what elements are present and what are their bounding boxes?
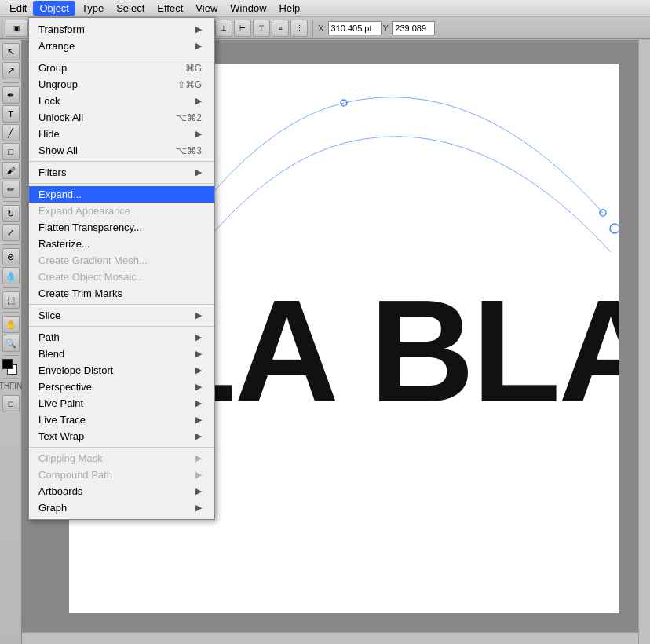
arrow-icon: ▶ (195, 129, 202, 139)
menu-item-ungroup[interactable]: Ungroup ⇧⌘G (29, 76, 214, 93)
menu-item-expand[interactable]: Expand... (29, 186, 214, 203)
menu-help[interactable]: Help (273, 1, 307, 16)
thfin-label: THFIN (0, 382, 22, 390)
menu-item-arrange[interactable]: Arrange ▶ (29, 38, 214, 54)
align-btn-3[interactable]: ⊢ (234, 20, 251, 37)
menu-item-group[interactable]: Group ⌘G (29, 60, 214, 76)
arrow-icon: ▶ (195, 431, 202, 441)
menu-item-path[interactable]: Path ▶ (29, 329, 214, 346)
menu-item-slice[interactable]: Slice ▶ (29, 307, 214, 324)
separator-6 (29, 447, 214, 448)
menu-type[interactable]: Type (75, 1, 110, 16)
menu-edit[interactable]: Edit (3, 1, 33, 16)
tool-eyedropper[interactable]: 💧 (2, 267, 20, 284)
arrow-icon: ▶ (195, 382, 202, 392)
tool-artboard[interactable]: ⬚ (2, 291, 20, 309)
arrow-icon: ▶ (195, 24, 202, 35)
tool-shape[interactable]: □ (2, 143, 20, 160)
arrow-icon: ▶ (195, 398, 202, 408)
stroke-color[interactable] (2, 359, 13, 369)
tool-scale[interactable]: ⤢ (2, 224, 20, 241)
tool-pen[interactable]: ✒ (2, 86, 20, 104)
x-label: X: (318, 24, 326, 33)
menu-item-live-paint[interactable]: Live Paint ▶ (29, 395, 214, 412)
arrow-icon: ▶ (195, 167, 202, 177)
separator-2 (29, 161, 214, 162)
align-btn-4[interactable]: ⊤ (253, 20, 270, 37)
menu-item-artboards[interactable]: Artboards ▶ (29, 483, 214, 499)
menu-item-perspective[interactable]: Perspective ▶ (29, 379, 214, 395)
menu-effect[interactable]: Effect (151, 1, 189, 16)
menu-view[interactable]: View (189, 1, 224, 16)
menubar: Edit Object Type Select Effect View Wind… (0, 0, 650, 17)
menu-item-transform[interactable]: Transform ▶ (29, 21, 214, 38)
menu-item-unlock-all[interactable]: Unlock All ⌥⌘2 (29, 109, 214, 126)
tool-zoom[interactable]: 🔍 (2, 335, 20, 352)
menu-item-show-all[interactable]: Show All ⌥⌘3 (29, 142, 214, 159)
separator-5 (29, 326, 214, 327)
menu-item-expand-appearance: Expand Appearance (29, 203, 214, 219)
menu-item-graph[interactable]: Graph ▶ (29, 499, 214, 516)
separator-3 (29, 183, 214, 184)
tool-pencil[interactable]: ✏ (2, 181, 20, 198)
menu-object[interactable]: Object (33, 1, 75, 16)
menu-item-create-gradient-mesh: Create Gradient Mesh... (29, 252, 214, 269)
x-input[interactable] (328, 21, 382, 35)
align-btn-2[interactable]: ⊥ (215, 20, 232, 37)
menu-item-create-object-mosaic: Create Object Mosaic... (29, 269, 214, 285)
menu-item-text-wrap[interactable]: Text Wrap ▶ (29, 428, 214, 445)
y-label: Y: (383, 24, 391, 33)
arrow-icon: ▶ (195, 365, 202, 375)
arrow-icon: ▶ (195, 486, 202, 496)
scrollbar-bottom[interactable] (22, 632, 638, 644)
tool-type[interactable]: T (2, 105, 20, 123)
toolbar-btn-1[interactable]: ▣ (5, 20, 28, 37)
arrow-icon: ▶ (195, 415, 202, 425)
arrow-icon: ▶ (195, 310, 202, 320)
left-toolbar: ↖ ↗ ✒ T ╱ □ 🖌 ✏ ↻ ⤢ ⊗ 💧 ⬚ ✋ 🔍 THFIN ◻ (0, 40, 22, 644)
menu-item-blend[interactable]: Blend ▶ (29, 346, 214, 362)
menu-select[interactable]: Select (110, 1, 151, 16)
menu-window[interactable]: Window (224, 1, 272, 16)
object-menu: Transform ▶ Arrange ▶ Group ⌘G Ungroup ⇧… (28, 17, 215, 520)
arrow-icon: ▶ (195, 453, 202, 463)
separator-4 (29, 304, 214, 305)
menu-item-clipping-mask: Clipping Mask ▶ (29, 450, 214, 467)
tool-blend[interactable]: ⊗ (2, 248, 20, 265)
tool-direct-select[interactable]: ↗ (2, 62, 20, 79)
menu-item-envelope-distort[interactable]: Envelope Distort ▶ (29, 362, 214, 379)
tool-paintbrush[interactable]: 🖌 (2, 162, 20, 179)
tool-select[interactable]: ↖ (2, 43, 20, 60)
menu-item-live-trace[interactable]: Live Trace ▶ (29, 412, 214, 428)
y-input[interactable] (392, 21, 435, 35)
arrow-icon: ▶ (195, 332, 202, 342)
tool-rotate[interactable]: ↻ (2, 205, 20, 222)
menu-item-lock[interactable]: Lock ▶ (29, 93, 214, 109)
svg-point-3 (610, 224, 619, 233)
menu-item-create-trim-marks[interactable]: Create Trim Marks (29, 285, 214, 302)
scrollbar-right[interactable] (638, 40, 650, 644)
arrow-icon: ▶ (195, 41, 202, 51)
arrow-icon: ▶ (195, 470, 202, 480)
tool-hand[interactable]: ✋ (2, 316, 20, 333)
separator-1 (29, 57, 214, 57)
arrow-icon: ▶ (195, 96, 202, 106)
menu-item-compound-path: Compound Path ▶ (29, 467, 214, 483)
arrow-icon: ▶ (195, 503, 202, 513)
menu-item-flatten-transparency[interactable]: Flatten Transparency... (29, 219, 214, 236)
arrow-icon: ▶ (195, 349, 202, 359)
menu-item-hide[interactable]: Hide ▶ (29, 126, 214, 142)
tool-normal-mode[interactable]: ◻ (2, 395, 20, 412)
align-btn-6[interactable]: ⋮ (290, 20, 308, 37)
tool-line[interactable]: ╱ (2, 124, 20, 141)
align-btn-5[interactable]: ≡ (272, 20, 289, 37)
menu-item-rasterize[interactable]: Rasterize... (29, 236, 214, 252)
menu-item-filters[interactable]: Filters ▶ (29, 164, 214, 181)
